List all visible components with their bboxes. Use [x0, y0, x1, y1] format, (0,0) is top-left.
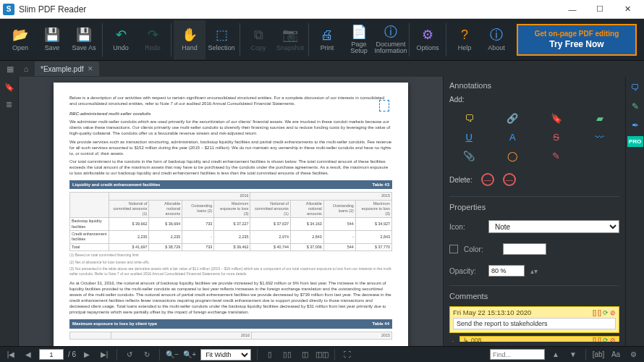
single-page-view-button[interactable]: ▯ — [263, 348, 276, 361]
hand-tool-button[interactable]: ✋Hand — [174, 20, 206, 59]
save-button[interactable]: 💾Save — [36, 20, 68, 59]
note-delete-icon[interactable]: ⊘ — [610, 309, 616, 316]
right-side-rail: 🗨 ✎ ✒ PRO — [625, 77, 644, 346]
window-minimize-button[interactable]: — — [559, 0, 586, 19]
upgrade-cta[interactable]: Get on-page PDF editing Try Free Now — [517, 24, 637, 56]
page-number-input[interactable] — [39, 349, 64, 360]
add-label: Add: — [449, 96, 465, 104]
home-tab-button[interactable]: ⌂ — [19, 62, 33, 76]
tab-title: *Example.pdf — [41, 65, 83, 73]
bookmarks-rail-icon[interactable]: 🔖 — [3, 81, 16, 93]
delete-annotation-icon[interactable]: — — [481, 173, 494, 186]
main-toolbar: 📂Open 💾Save 💾Save As ↶Undo ↷Redo ✋Hand ⬚… — [0, 19, 644, 61]
annotations-heading: Annotations — [449, 81, 619, 90]
fullscreen-button[interactable]: ⛶ — [341, 348, 354, 361]
next-page-button[interactable]: ▶ — [80, 348, 93, 361]
info-icon: ⓘ — [384, 25, 398, 39]
selection-icon: ⬚ — [214, 28, 229, 42]
document-tab[interactable]: *Example.pdf ✕ — [35, 62, 99, 76]
first-page-button[interactable]: |◀ — [4, 348, 17, 361]
zoom-in-button[interactable]: 🔍+ — [183, 348, 196, 361]
about-button[interactable]: ⓘAbout — [480, 20, 512, 59]
comment-reply[interactable]: ↳008 [][]⟳⊘ Fri May 22 15:13:56 2020 Don… — [459, 336, 619, 342]
find-prev-button[interactable]: ▲ — [549, 348, 562, 361]
save-icon: 💾 — [45, 28, 59, 42]
print-icon: 🖨 — [320, 28, 334, 42]
zoom-out-button[interactable]: 🔍− — [166, 348, 179, 361]
continuous-view-button[interactable]: ▯▯ — [281, 348, 294, 361]
color-label: Color: — [464, 245, 497, 253]
add-strikeout-icon[interactable]: S — [538, 130, 575, 144]
find-options-button[interactable]: ⚙ — [627, 348, 640, 361]
snapshot-button[interactable]: 📷Snapshot — [274, 20, 306, 59]
pro-badge[interactable]: PRO — [627, 136, 643, 147]
gear-icon: ⚙ — [420, 28, 435, 42]
add-sticky-note-icon[interactable]: 🗨 — [451, 111, 487, 125]
copy-button[interactable]: ⧉Copy — [242, 20, 274, 59]
open-button[interactable]: 📂Open — [4, 20, 36, 59]
window-close-button[interactable]: ✕ — [614, 0, 641, 19]
rotate-cw-button[interactable]: ↻ — [140, 348, 153, 361]
delete-all-annotations-icon[interactable]: — — [503, 173, 516, 186]
note-prev-icon[interactable]: [] — [593, 309, 596, 316]
cta-line1: Get on-page PDF editing — [535, 30, 619, 38]
add-signature-icon[interactable]: ✎ — [538, 148, 575, 163]
document-viewport[interactable]: Below is a description of our activities… — [19, 77, 443, 346]
save-as-button[interactable]: 💾Save As — [68, 20, 100, 59]
tab-close-icon[interactable]: ✕ — [88, 65, 93, 72]
find-whole-word-button[interactable]: [ab] — [592, 348, 605, 361]
help-button[interactable]: ?Help — [449, 20, 480, 59]
add-attachment-icon[interactable]: 📎 — [451, 148, 487, 163]
opacity-stepper-icon[interactable]: ▴▾ — [530, 267, 538, 275]
reply-arrow-icon: ↳ — [463, 337, 469, 342]
add-highlight-icon[interactable]: ▰ — [582, 111, 618, 125]
color-checkbox[interactable] — [449, 245, 458, 253]
find-next-button[interactable]: ▼ — [567, 348, 580, 361]
rail-edit-icon[interactable]: ✎ — [627, 98, 643, 114]
color-swatch[interactable] — [503, 243, 546, 255]
page-setup-button[interactable]: 📄Page Setup — [343, 20, 375, 59]
add-squiggly-icon[interactable]: 〰 — [582, 130, 618, 144]
thumbnails-panel-toggle[interactable]: ▦ — [3, 62, 17, 76]
add-watermark-icon[interactable]: ◯ — [494, 148, 530, 163]
find-case-button[interactable]: Aa — [609, 348, 622, 361]
add-link-icon[interactable]: 🔗 — [494, 111, 530, 125]
note-annotation-marker[interactable] — [379, 100, 389, 111]
rail-comment-icon[interactable]: 🗨 — [627, 80, 643, 96]
titlebar: S Slim PDF Reader — ☐ ✕ — [0, 0, 644, 19]
page-total-label: / 6 — [68, 350, 76, 358]
window-maximize-button[interactable]: ☐ — [586, 0, 614, 19]
note-timestamp: Fri May 22 15:13:10 2020 — [453, 308, 531, 316]
add-stamp-icon[interactable]: 🔖 — [538, 111, 575, 125]
comment-note[interactable]: Fri May 22 15:13:10 2020 [][]⟳⊘ Send the… — [449, 306, 619, 333]
opacity-input[interactable] — [488, 265, 525, 277]
zoom-mode-select[interactable]: Fit Width — [200, 349, 251, 361]
find-input[interactable] — [490, 349, 545, 360]
cta-line2: Try Free Now — [549, 39, 603, 49]
options-button[interactable]: ⚙Options — [412, 20, 444, 59]
status-bar: |◀ ◀ / 6 ▶ ▶| ↺ ↻ 🔍− 🔍+ Fit Width ▯ ▯▯ ◫… — [0, 346, 644, 362]
last-page-button[interactable]: ▶| — [98, 348, 111, 361]
print-button[interactable]: 🖨Print — [311, 20, 343, 59]
add-text-icon[interactable]: A — [494, 130, 530, 144]
add-underline-icon[interactable]: U — [451, 130, 487, 144]
properties-heading: Properties — [449, 203, 619, 211]
rail-sign-icon[interactable]: ✒ — [627, 117, 643, 133]
document-info-button[interactable]: ⓘDocument Information — [375, 20, 407, 59]
note-body[interactable]: Send the report to stakeholders — [453, 318, 616, 329]
two-page-continuous-button[interactable]: ◫◫ — [315, 348, 329, 361]
icon-select[interactable]: Note — [488, 220, 619, 233]
layers-rail-icon[interactable]: ≣ — [3, 98, 16, 110]
redo-button[interactable]: ↷Redo — [137, 20, 169, 59]
prev-page-button[interactable]: ◀ — [22, 348, 35, 361]
note-refresh-icon[interactable]: ⟳ — [603, 309, 609, 316]
redo-icon: ↷ — [145, 28, 160, 42]
app-logo: S — [3, 4, 14, 15]
selection-tool-button[interactable]: ⬚Selection — [206, 20, 237, 59]
rotate-ccw-button[interactable]: ↺ — [123, 348, 136, 361]
app-title: Slim PDF Reader — [19, 4, 559, 14]
two-page-view-button[interactable]: ◫ — [298, 348, 311, 361]
note-next-icon[interactable]: [] — [598, 309, 601, 316]
undo-button[interactable]: ↶Undo — [105, 20, 137, 59]
reply-id: 008 — [471, 337, 481, 342]
